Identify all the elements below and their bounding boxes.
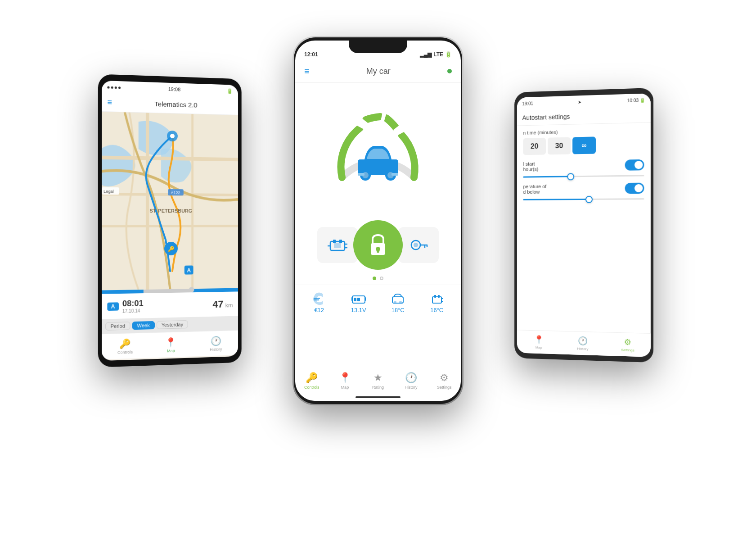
center-nav-history[interactable]: 🕐 History bbox=[395, 372, 428, 390]
center-time: 12:01 bbox=[304, 51, 318, 58]
signal-bars: ▂▄▆ bbox=[420, 51, 432, 58]
trip-distance-container: 47 km bbox=[212, 298, 233, 310]
right-settings-icon: ⚙ bbox=[624, 337, 631, 347]
left-nav-history[interactable]: 🕐 History bbox=[194, 335, 238, 352]
svg-rect-21 bbox=[339, 240, 342, 243]
history-label: History bbox=[210, 346, 222, 351]
period-btn-yesterday[interactable]: Yesterday bbox=[157, 320, 188, 329]
slider-thumb-2[interactable] bbox=[585, 195, 592, 203]
svg-rect-40 bbox=[357, 298, 360, 301]
car-gauge-svg bbox=[315, 87, 441, 213]
voltage-icon bbox=[351, 292, 366, 305]
center-map-icon: 📍 bbox=[339, 372, 351, 384]
center-rating-label: Rating bbox=[372, 385, 384, 390]
left-menu-icon[interactable]: ≡ bbox=[107, 97, 112, 107]
period-btn-week[interactable]: Week bbox=[132, 321, 154, 329]
svg-rect-37 bbox=[351, 297, 353, 301]
center-nav-bar: 🔑 Controls 📍 Map ★ Rating 🕐 History ⚙ bbox=[295, 365, 461, 401]
right-nav-map[interactable]: 📍 Map bbox=[517, 334, 561, 350]
svg-rect-46 bbox=[438, 295, 440, 298]
svg-rect-44 bbox=[432, 297, 441, 303]
dot2 bbox=[111, 86, 113, 88]
map-svg: 🔑 ST. PETERSBURG A Legal bbox=[102, 111, 238, 290]
center-controls-label: Controls bbox=[304, 385, 320, 390]
stat-temp-engine: 16°C bbox=[430, 292, 444, 313]
time-btn-inf[interactable]: ∞ bbox=[572, 136, 596, 154]
center-rating-icon: ★ bbox=[374, 372, 382, 384]
left-top-title: Telematics 2.0 bbox=[117, 99, 233, 109]
stat-voltage: 13.1V bbox=[351, 292, 366, 313]
center-settings-icon: ⚙ bbox=[440, 372, 449, 384]
period-btn-period[interactable]: Period bbox=[105, 322, 130, 331]
history-icon: 🕐 bbox=[211, 335, 221, 346]
right-nav-settings[interactable]: ⚙ Settings bbox=[605, 336, 651, 353]
left-nav-controls[interactable]: 🔑 Controls bbox=[102, 337, 148, 355]
setting-row-2: perature of d below bbox=[523, 182, 644, 194]
map-icon: 📍 bbox=[166, 336, 177, 348]
signal-btn[interactable] bbox=[398, 227, 439, 263]
left-status-dots bbox=[107, 86, 121, 88]
gauge-area bbox=[295, 83, 461, 218]
controls-label: Controls bbox=[117, 349, 133, 354]
signal-icon-svg bbox=[408, 236, 429, 254]
progress-fill bbox=[144, 289, 191, 293]
svg-rect-17 bbox=[358, 173, 364, 176]
phone-right: 19:01 ➤ 10:03 🔋 Autostart settings n tim… bbox=[514, 87, 653, 362]
settings-content: n time (minutes) 20 30 ∞ l start hour(s) bbox=[517, 123, 651, 211]
progress-thumb bbox=[189, 287, 194, 292]
trip-info-bar: A 08:01 17.10.14 47 km bbox=[102, 291, 238, 319]
center-top-bar: ≡ My car bbox=[295, 60, 461, 83]
trip-unit: km bbox=[225, 301, 233, 308]
svg-rect-45 bbox=[434, 295, 436, 298]
lock-btn[interactable] bbox=[353, 220, 403, 270]
online-indicator bbox=[447, 69, 452, 73]
map-background: 🔑 ST. PETERSBURG A Legal bbox=[102, 111, 238, 290]
center-history-icon: 🕐 bbox=[405, 372, 417, 384]
right-history-icon: 🕐 bbox=[578, 336, 588, 346]
dot1 bbox=[107, 86, 109, 88]
dot4 bbox=[118, 86, 121, 88]
phone-center-screen: 12:01 ▂▄▆ LTE 🔋 ≡ My car bbox=[295, 41, 461, 401]
slider-thumb-1[interactable] bbox=[567, 172, 574, 180]
right-nav-history[interactable]: 🕐 History bbox=[561, 335, 605, 351]
setting-row-1: l start hour(s) bbox=[523, 159, 644, 172]
time-btn-20[interactable]: 20 bbox=[523, 137, 546, 155]
stat-euro: €12 bbox=[312, 292, 326, 313]
center-nav-rating[interactable]: ★ Rating bbox=[361, 372, 395, 390]
stat-temp-engine-value: 16°C bbox=[430, 307, 443, 313]
right-battery-icon: 🔋 bbox=[639, 97, 645, 103]
controls-icon: 🔑 bbox=[119, 338, 130, 349]
slider-row-1 bbox=[523, 175, 644, 177]
svg-point-43 bbox=[399, 301, 402, 304]
center-map-label: Map bbox=[341, 385, 349, 390]
toggle-2[interactable] bbox=[625, 182, 644, 194]
center-controls-icon: 🔑 bbox=[306, 372, 318, 384]
right-time: 19:01 bbox=[522, 100, 533, 106]
center-nav-settings[interactable]: ⚙ Settings bbox=[428, 372, 461, 390]
left-nav-map[interactable]: 📍 Map bbox=[148, 336, 194, 354]
time-btn-30[interactable]: 30 bbox=[548, 137, 571, 154]
map-area[interactable]: 🔑 ST. PETERSBURG A Legal bbox=[102, 111, 238, 290]
setting-label-1: l start hour(s) bbox=[523, 159, 625, 172]
trip-distance: 47 bbox=[212, 298, 223, 309]
center-nav-controls[interactable]: 🔑 Controls bbox=[295, 372, 328, 390]
center-settings-label: Settings bbox=[437, 385, 452, 390]
stats-row: €12 13.1V bbox=[295, 285, 461, 321]
dot3 bbox=[115, 86, 117, 88]
euro-icon bbox=[312, 292, 326, 305]
trip-info: 08:01 17.10.14 bbox=[122, 297, 209, 313]
time-section-label: n time (minutes) bbox=[523, 127, 644, 135]
toggle-1[interactable] bbox=[625, 159, 644, 170]
car-temp-icon bbox=[391, 292, 405, 305]
center-history-label: History bbox=[405, 385, 418, 390]
svg-text:A122: A122 bbox=[171, 191, 180, 195]
home-indicator bbox=[356, 396, 400, 398]
stat-euro-value: €12 bbox=[314, 307, 324, 313]
svg-rect-20 bbox=[333, 240, 336, 243]
center-signal: ▂▄▆ LTE 🔋 bbox=[420, 51, 452, 58]
center-nav-map[interactable]: 📍 Map bbox=[328, 372, 362, 390]
engine-btn[interactable] bbox=[317, 227, 358, 263]
svg-point-30 bbox=[414, 243, 418, 247]
center-menu-icon[interactable]: ≡ bbox=[304, 66, 310, 77]
right-map-icon: 📍 bbox=[534, 335, 543, 345]
